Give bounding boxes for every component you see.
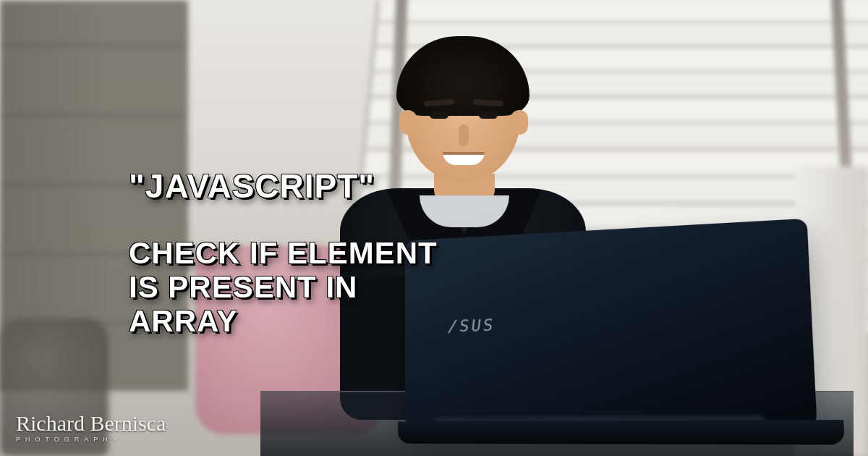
- watermark-signature: Richard Bernisca: [16, 413, 166, 434]
- title-line-3: IS PRESENT IN: [129, 270, 592, 304]
- laptop-base: [398, 420, 845, 444]
- title-line-2: CHECK IF ELEMENT: [129, 236, 592, 270]
- eye: [430, 111, 448, 119]
- thumbnail-scene: /SUS "JAVASCRIPT" CHECK IF ELEMENT IS PR…: [0, 0, 868, 456]
- title-line-4: ARRAY: [129, 304, 592, 338]
- eye: [479, 111, 498, 119]
- title-overlay: "JAVASCRIPT" CHECK IF ELEMENT IS PRESENT…: [129, 168, 592, 338]
- nose: [459, 124, 469, 146]
- smile: [443, 152, 485, 165]
- watermark-subtitle: PHOTOGRAPHY: [16, 436, 166, 443]
- ear: [511, 110, 528, 135]
- ear: [399, 110, 417, 135]
- title-line-1: "JAVASCRIPT": [129, 168, 592, 206]
- photographer-watermark: Richard Bernisca PHOTOGRAPHY: [16, 413, 166, 443]
- hair: [396, 36, 529, 116]
